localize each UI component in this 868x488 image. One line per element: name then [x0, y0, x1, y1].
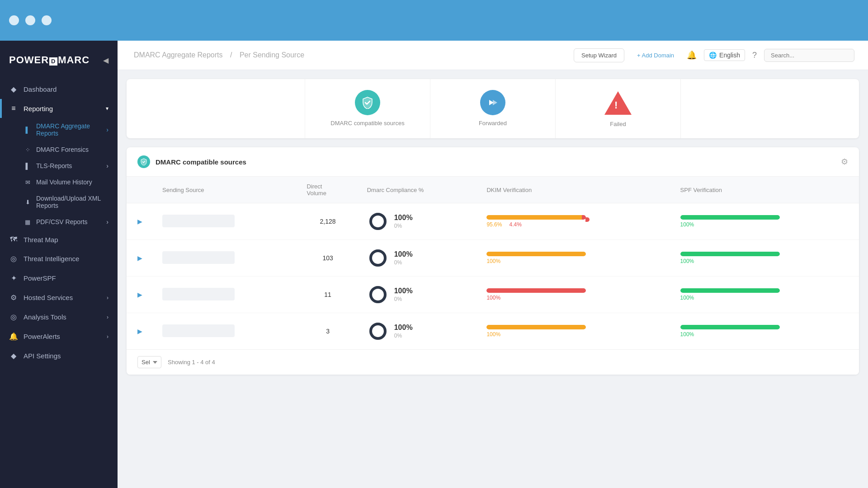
volume-cell-2: 11	[298, 277, 358, 313]
add-domain-button[interactable]: + Add Domain	[632, 49, 679, 62]
hosted-chevron-icon: ›	[107, 295, 108, 301]
compliance-sub-3: 0%	[394, 333, 413, 340]
sidebar-item-threat-intelligence[interactable]: ◎ Threat Intelligence	[0, 249, 118, 268]
expand-button-2[interactable]: ▶	[136, 289, 144, 300]
sidebar-item-tls-reports[interactable]: ▌ TLS-Reports ›	[0, 158, 118, 174]
sidebar-item-download-upload[interactable]: ⬇ Download/Upload XML Reports	[0, 190, 118, 214]
window-dot-3	[42, 15, 52, 25]
sidebar-item-poweralerts[interactable]: 🔔 PowerAlerts ›	[0, 327, 118, 346]
dkim-pass-label-1: 100%	[486, 258, 500, 264]
col-sending-source: Sending Source	[153, 177, 298, 203]
stat-card-end	[681, 79, 859, 138]
setup-wizard-button[interactable]: Setup Wizard	[574, 48, 624, 62]
sidebar-item-api-settings[interactable]: ◆ API Settings	[0, 346, 118, 366]
sidebar-label-powerspf: PowerSPF	[24, 274, 56, 282]
sidebar-item-dashboard[interactable]: ◆ Dashboard	[0, 80, 118, 99]
tls-chevron-icon: ›	[106, 162, 108, 169]
warning-triangle-icon	[604, 91, 632, 115]
expand-cell: ▶	[127, 240, 153, 277]
sidebar-item-analysis-tools[interactable]: ◎ Analysis Tools ›	[0, 307, 118, 327]
breadcrumb-sep: /	[230, 51, 234, 59]
expand-button-0[interactable]: ▶	[136, 216, 144, 227]
stat-card-forwarded: Forwarded	[430, 79, 556, 138]
table-header: DMARC compatible sources ⚙	[127, 147, 859, 177]
compliance-pct-2: 100%	[394, 286, 413, 296]
chevron-down-icon: ▾	[106, 105, 108, 112]
per-page-select[interactable]: Sel 10 25 50	[137, 356, 161, 368]
language-selector[interactable]: 🌐 English	[704, 49, 745, 61]
expand-cell: ▶	[127, 313, 153, 350]
sidebar-item-powerspf[interactable]: ✦ PowerSPF	[0, 268, 118, 288]
compliance-cell-2: 100% 0%	[358, 277, 478, 313]
forwarded-icon	[480, 90, 505, 115]
stat-card-dmarc: DMARC compatible sources	[305, 79, 430, 138]
table-section: DMARC compatible sources ⚙ Sending Sourc…	[127, 147, 859, 375]
sidebar-item-hosted-services[interactable]: ⚙ Hosted Services ›	[0, 288, 118, 307]
title-bar	[0, 0, 868, 41]
sidebar-item-dmarc-forensics[interactable]: ⁘ DMARC Forensics	[0, 141, 118, 158]
window-controls	[9, 15, 52, 25]
spf-bar-fill-2	[680, 288, 780, 293]
dkim-cell-3: 100%	[477, 313, 671, 350]
sidebar-label-threat-intelligence: Threat Intelligence	[24, 255, 79, 263]
mail-icon: ✉	[24, 179, 32, 186]
analysis-chevron-icon: ›	[107, 314, 108, 320]
spf-bar-bg-3	[680, 325, 780, 329]
analysis-icon: ◎	[9, 313, 18, 321]
sidebar-item-threat-map[interactable]: 🗺 Threat Map	[0, 230, 118, 249]
volume-cell-0: 2,128	[298, 203, 358, 240]
compliance-cell-1: 100% 0%	[358, 240, 478, 277]
spf-bar-fill-0	[680, 215, 780, 220]
dkim-cell-0: 95.6% 4.4%	[477, 203, 671, 240]
header-icons: 🔔 🌐 English ?	[687, 49, 854, 62]
reporting-icon: ≡	[9, 104, 18, 113]
col-dmarc-compliance: Dmarc Compliance %	[358, 177, 478, 203]
source-name-2	[162, 288, 235, 300]
dkim-bar-bg-3	[486, 325, 586, 329]
help-icon[interactable]: ?	[752, 51, 757, 60]
sidebar-label-hosted-services: Hosted Services	[24, 294, 73, 301]
section-shield-icon	[137, 155, 150, 168]
sidebar-item-reporting[interactable]: ≡ Reporting ▾	[0, 99, 118, 118]
api-icon: ◆	[9, 352, 18, 360]
settings-gear-button[interactable]: ⚙	[841, 157, 848, 167]
forwarded-stat-label: Forwarded	[479, 120, 507, 127]
sidebar-label-poweralerts: PowerAlerts	[24, 333, 60, 340]
sidebar-label-api-settings: API Settings	[24, 352, 61, 360]
sidebar-label-dashboard: Dashboard	[24, 85, 57, 93]
alert-icon: 🔔	[9, 332, 18, 341]
sidebar-label-mail-volume: Mail Volume History	[36, 178, 92, 186]
sidebar-item-mail-volume[interactable]: ✉ Mail Volume History	[0, 174, 118, 190]
dkim-pass-label-0: 95.6%	[486, 221, 502, 228]
sidebar-label-threat-map: Threat Map	[24, 236, 58, 244]
sidebar-label-dmarc-aggregate: DMARC Aggregate Reports	[36, 122, 102, 137]
spf-cell-0: 100%	[671, 203, 859, 240]
search-input[interactable]	[764, 49, 854, 62]
notification-icon[interactable]: 🔔	[687, 50, 697, 60]
sidebar-item-pdf-csv[interactable]: ▦ PDF/CSV Reports ›	[0, 214, 118, 230]
compliance-sub-2: 0%	[394, 296, 413, 303]
table-row: ▶ 103 100% 0%	[127, 240, 859, 277]
sidebar-label-pdf-csv: PDF/CSV Reports	[36, 218, 88, 225]
sidebar-logo: POWERDMARC ◀	[0, 45, 118, 80]
col-dkim: DKIM Verification	[477, 177, 671, 203]
svg-point-3	[371, 251, 385, 265]
table-row: ▶ 3 100% 0%	[127, 313, 859, 350]
content-area: DMARC compatible sources Forwarded	[118, 70, 868, 488]
sidebar-label-tls-reports: TLS-Reports	[36, 162, 72, 169]
expand-cell: ▶	[127, 277, 153, 313]
sidebar-collapse-btn[interactable]: ◀	[103, 56, 108, 65]
table-row: ▶ 2,128 100% 0%	[127, 203, 859, 240]
sidebar-item-dmarc-aggregate[interactable]: ▌ DMARC Aggregate Reports ›	[0, 118, 118, 141]
expand-button-1[interactable]: ▶	[136, 253, 144, 263]
expand-button-3[interactable]: ▶	[136, 326, 144, 337]
dkim-cell-2: 100%	[477, 277, 671, 313]
dkim-cell-1: 100%	[477, 240, 671, 277]
forensics-icon: ⁘	[24, 146, 32, 153]
sidebar-label-dmarc-forensics: DMARC Forensics	[36, 146, 89, 153]
dkim-bar-bg-1	[486, 252, 586, 256]
stat-card-failed: Failed	[556, 79, 681, 138]
svg-point-1	[371, 214, 385, 229]
col-direct-volume: DirectVolume	[298, 177, 358, 203]
window-dot-1	[9, 15, 19, 25]
